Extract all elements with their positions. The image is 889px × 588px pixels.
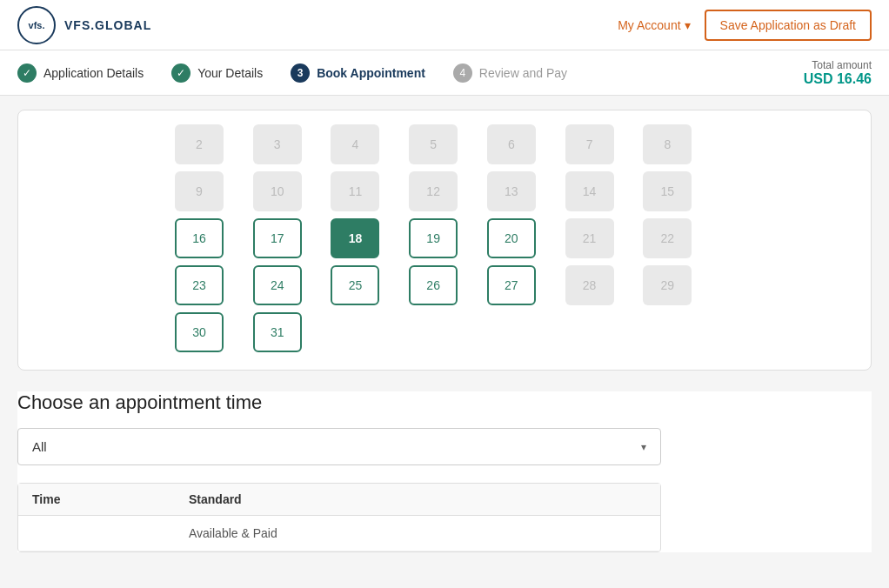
step-label: Book Appointment [317,66,425,80]
step-check-icon: ✓ [17,63,37,83]
calendar-day-27[interactable]: 27 [487,265,536,305]
calendar-day-24[interactable]: 24 [253,265,302,305]
calendar-day-22: 22 [643,218,692,258]
calendar-day-3: 3 [253,124,302,164]
chevron-down-icon: ▾ [641,441,646,453]
step-review-pay: 4 Review and Pay [453,63,567,83]
time-table: Time Standard Available & Paid [17,483,661,552]
step-label: Your Details [197,66,263,80]
filter-value: All [32,439,47,454]
calendar-day-23[interactable]: 23 [175,265,224,305]
calendar-day-empty [409,312,458,352]
header: vfs. VFS.GLOBAL My Account ▾ Save Applic… [0,0,889,50]
calendar-day-10: 10 [253,171,302,211]
calendar-day-29: 29 [643,265,692,305]
calendar-day-4: 4 [331,124,379,164]
save-draft-button[interactable]: Save Application as Draft [705,10,872,41]
standard-cell: Available & Paid [189,526,646,540]
calendar-day-empty [565,312,614,352]
main-content: 2345678910111213141516171819202122232425… [0,96,889,588]
calendar-day-16[interactable]: 16 [175,218,224,258]
calendar-day-empty [643,312,692,352]
total-label: Total amount [804,59,872,71]
table-header: Time Standard [18,484,660,516]
calendar-day-empty [487,312,536,352]
table-row: Available & Paid [18,516,660,551]
step-label: Review and Pay [479,66,567,80]
step-number: 3 [291,63,310,83]
logo-text: VFS.GLOBAL [64,18,151,32]
total-amount-area: Total amount USD 16.46 [804,59,872,87]
calendar-card: 2345678910111213141516171819202122232425… [17,110,872,371]
step-book-appointment[interactable]: 3 Book Appointment [291,63,425,83]
calendar-day-18[interactable]: 18 [331,218,379,258]
calendar-day-17[interactable]: 17 [253,218,302,258]
calendar-day-8: 8 [643,124,692,164]
dropdown-arrow-icon: ▾ [685,18,691,32]
appointment-title: Choose an appointment time [17,391,872,414]
step-application-details[interactable]: ✓ Application Details [17,63,144,83]
calendar-day-30[interactable]: 30 [175,312,224,352]
header-actions: My Account ▾ Save Application as Draft [618,10,872,41]
col-standard: Standard [189,492,646,506]
time-filter-select[interactable]: All ▾ [17,428,661,465]
calendar-day-28: 28 [565,265,614,305]
appointment-section: Choose an appointment time All ▾ Time St… [17,391,872,552]
calendar-day-25[interactable]: 25 [331,265,379,305]
step-label: Application Details [43,66,144,80]
calendar-day-12: 12 [409,171,458,211]
col-time: Time [32,492,189,506]
calendar-day-5: 5 [409,124,458,164]
calendar-day-2: 2 [175,124,224,164]
calendar-day-7: 7 [565,124,614,164]
calendar-day-13: 13 [487,171,536,211]
step-check-icon: ✓ [171,63,190,83]
steps-nav: ✓ Application Details ✓ Your Details 3 B… [0,50,889,96]
calendar-grid: 2345678910111213141516171819202122232425… [175,124,714,352]
logo-area: vfs. VFS.GLOBAL [17,6,151,44]
calendar-day-19[interactable]: 19 [409,218,458,258]
calendar-day-14: 14 [565,171,614,211]
total-value: USD 16.46 [804,71,872,87]
logo-icon: vfs. [17,6,56,44]
step-your-details[interactable]: ✓ Your Details [171,63,263,83]
calendar-day-20[interactable]: 20 [487,218,536,258]
calendar-day-empty [331,312,379,352]
calendar-day-9: 9 [175,171,224,211]
my-account-button[interactable]: My Account ▾ [618,18,690,32]
steps-list: ✓ Application Details ✓ Your Details 3 B… [17,63,567,83]
step-number: 4 [453,63,472,83]
calendar-day-21: 21 [565,218,614,258]
calendar-day-11: 11 [331,171,379,211]
calendar-day-26[interactable]: 26 [409,265,458,305]
calendar-day-6: 6 [487,124,536,164]
calendar-day-31[interactable]: 31 [253,312,302,352]
calendar-day-15: 15 [643,171,692,211]
time-cell [32,526,189,540]
